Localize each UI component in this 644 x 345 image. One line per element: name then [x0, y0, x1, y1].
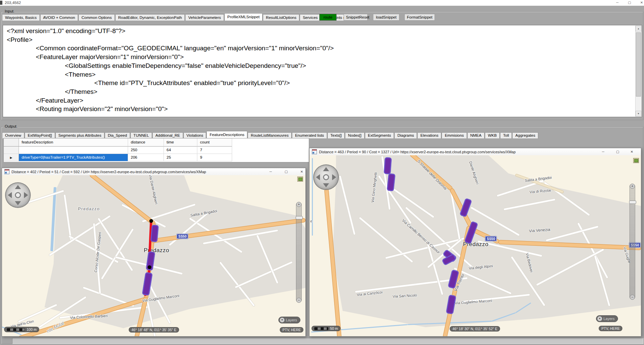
xml-line: <Common coordinateFormat="OG_GEODECIMAL"…: [7, 44, 634, 53]
map-window-icon: [4, 169, 9, 174]
column-header-featuredescription[interactable]: featureDescription: [19, 138, 128, 147]
zoom-slider-thumb[interactable]: [296, 216, 303, 219]
xml-line: <?xml version="1.0" encoding="UTF-8"?>: [7, 27, 634, 35]
tab-emmisions[interactable]: Emmisions: [442, 132, 467, 138]
overview-map-icon[interactable]: [633, 158, 639, 163]
tab-resultlistoptions[interactable]: ResultListOptions: [263, 14, 299, 21]
zoom-in-icon[interactable]: +: [296, 202, 301, 207]
cell-featuredescription-selected[interactable]: driveType=0|hasTrailer=1:PTV_TruckAttrib…: [19, 154, 128, 161]
scale-bar-icon: [314, 327, 328, 330]
tab-enumerated-lists[interactable]: Enumerated lists: [292, 132, 327, 138]
left-map-titlebar[interactable]: Distance = 402 / Period = 51 / Cost = 59…: [2, 168, 305, 176]
load-snippet-button[interactable]: loadSnippet: [373, 14, 399, 21]
pan-south-icon[interactable]: [323, 183, 329, 187]
minimize-icon[interactable]: ─: [266, 169, 275, 175]
tab-segments-plus-attributes[interactable]: Segments plus Attributes: [55, 132, 104, 138]
column-header-count[interactable]: count: [197, 138, 232, 147]
tab-wkb[interactable]: WKB: [485, 132, 500, 138]
tab-tunnel[interactable]: TUNNEL: [130, 132, 152, 138]
pan-east-icon[interactable]: [24, 192, 28, 198]
pan-east-icon[interactable]: [332, 174, 336, 180]
tab-waypoints-basics[interactable]: Waypoints, Basics: [2, 14, 40, 21]
pan-west-icon[interactable]: [316, 174, 320, 180]
zoom-in-icon[interactable]: +: [630, 184, 635, 189]
cell-count[interactable]: 9: [197, 154, 232, 161]
tab-profilexmlsnippet[interactable]: ProfileXMLSnippet: [224, 13, 263, 21]
cell-time[interactable]: 25: [164, 154, 197, 161]
pan-center-icon[interactable]: [15, 192, 21, 198]
snippet-reset-button[interactable]: SnippetReset: [344, 14, 368, 21]
tab-violations[interactable]: Violations: [183, 132, 206, 138]
maximize-icon[interactable]: ▢: [624, 0, 635, 5]
column-header-distance[interactable]: distance: [128, 138, 164, 147]
pan-west-icon[interactable]: [8, 192, 12, 198]
pan-north-icon[interactable]: [15, 185, 21, 189]
scale-label: 50 m: [330, 326, 338, 330]
right-map-titlebar[interactable]: Distance = 463 / Period = 90 / Cost = 13…: [309, 148, 641, 156]
scroll-up-icon[interactable]: ▲: [636, 26, 641, 31]
pan-north-icon[interactable]: [323, 167, 329, 171]
tab-overview[interactable]: Overview: [2, 132, 24, 138]
zoom-out-icon[interactable]: −: [630, 295, 635, 300]
tab-roadeditor-dynamic-exceptionpath[interactable]: RoadEditor, Dynamic, ExceptionPath: [115, 14, 185, 21]
tab-texts[interactable]: Texts[]: [327, 132, 345, 138]
tab-avoid-common[interactable]: AVOID + Common: [40, 14, 78, 21]
format-snippet-button[interactable]: FormatSnippet: [404, 14, 435, 21]
tab-vehicleparameters[interactable]: VehicleParameters: [185, 14, 224, 21]
map-attribution: PTV, HERE: [280, 327, 303, 333]
xml-vertical-scrollbar[interactable]: ▲ ▼: [635, 26, 641, 116]
cell-count[interactable]: 7: [197, 147, 232, 154]
window-titlebar[interactable]: 203,4562 ─ ▢ ✕: [0, 0, 644, 6]
overview-map-icon[interactable]: [297, 177, 303, 182]
tab-extwaypoint[interactable]: ExtWayPoint[]: [25, 132, 55, 138]
zoom-slider[interactable]: + −: [629, 184, 635, 299]
pan-center-icon[interactable]: [323, 174, 329, 180]
zoom-slider[interactable]: + −: [296, 202, 302, 302]
close-icon[interactable]: ✕: [637, 0, 644, 5]
row-selector-current[interactable]: ▶: [4, 154, 19, 161]
tab-additional-re[interactable]: Additional_RE: [152, 132, 183, 138]
cell-time[interactable]: 64: [164, 147, 197, 154]
minimize-icon[interactable]: ─: [612, 0, 622, 5]
tab-routelistmanoeuvres[interactable]: RouteListManoeuvres: [248, 132, 292, 138]
left-map-canvas[interactable]: Predazzo Predazzo SS50 Via Dante Alighie…: [2, 175, 305, 336]
profile-xml-editor[interactable]: <?xml version="1.0" encoding="UTF-8"?> <…: [3, 25, 642, 117]
cell-distance[interactable]: 250: [128, 147, 164, 154]
maximize-icon[interactable]: ▢: [281, 169, 291, 175]
layers-button[interactable]: ▼ Layers: [278, 317, 300, 323]
cell-distance[interactable]: 206: [128, 154, 164, 161]
tab-extsegments[interactable]: ExtSegments: [365, 132, 394, 138]
tab-nmea[interactable]: NMEA: [467, 132, 485, 138]
tab-elevations[interactable]: Elevations: [417, 132, 441, 138]
cell-featuredescription[interactable]: [19, 147, 128, 154]
right-map-canvas[interactable]: Via Gino Minghetti S.Statale delle Dolom…: [309, 155, 641, 336]
close-icon[interactable]: ✕: [627, 149, 637, 155]
scroll-down-icon[interactable]: ▼: [636, 111, 641, 116]
pan-south-icon[interactable]: [15, 201, 21, 205]
tab-services[interactable]: Services: [300, 14, 321, 21]
scale-bar: 100 m: [4, 327, 39, 332]
map-pan-compass[interactable]: [313, 164, 339, 190]
row-selector[interactable]: [4, 147, 19, 154]
tab-diagrams[interactable]: Diagrams: [394, 132, 417, 138]
tab-aggregates[interactable]: Aggregates: [512, 132, 538, 138]
xml-line: <Routing majorVersion="2" minorVersion="…: [7, 105, 634, 113]
map-window-icon: [312, 149, 317, 154]
tab-nodes[interactable]: Nodes[]: [345, 132, 365, 138]
tab-common-options[interactable]: Common Options: [78, 14, 115, 21]
column-header-time[interactable]: time: [164, 138, 197, 147]
scrollbar-thumb[interactable]: [636, 32, 641, 97]
tab-toll[interactable]: Toll: [500, 132, 512, 138]
zoom-out-icon[interactable]: −: [296, 298, 301, 303]
layers-button[interactable]: ▼ Layers: [596, 315, 618, 322]
tab-featuredescriptions[interactable]: FeatureDescriptions: [206, 131, 247, 138]
tab-dia-speed[interactable]: Dia_Speed: [105, 132, 130, 138]
zoom-slider-thumb[interactable]: [629, 201, 636, 204]
layers-chevron-icon: ▼: [280, 318, 284, 322]
map-pan-compass[interactable]: [5, 182, 31, 208]
route-button[interactable]: route: [319, 14, 337, 21]
close-icon[interactable]: ✕: [297, 169, 306, 175]
route-node-dot: [149, 219, 153, 223]
minimize-icon[interactable]: ─: [598, 149, 608, 155]
maximize-icon[interactable]: ▢: [613, 149, 622, 155]
